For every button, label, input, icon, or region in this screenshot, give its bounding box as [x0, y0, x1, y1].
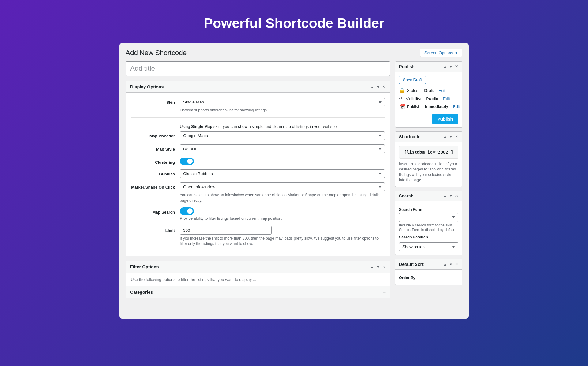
visibility-value: Public	[426, 96, 438, 101]
search-panel: Search ▲ ▼ ✕ Search Form ----- Include a…	[395, 191, 462, 255]
hero-title: Powerful Shortcode Builder	[204, 0, 384, 43]
display-options-up[interactable]: ▲	[370, 84, 375, 89]
search-panel-body: Search Form ----- Include a search form …	[395, 201, 462, 255]
categories-header: Categories −	[126, 286, 390, 298]
display-options-controls: ▲ ▼ ✕	[370, 84, 386, 89]
limit-hint: If you increase the limit to more than 3…	[180, 236, 385, 247]
map-provider-label: Map Provider	[131, 131, 180, 138]
map-provider-row: Map Provider Google Maps	[131, 131, 385, 140]
map-style-select[interactable]: Default	[180, 144, 385, 153]
page-title: Add New Shortcode	[126, 49, 187, 57]
filter-options-close[interactable]: ✕	[382, 264, 386, 270]
search-down[interactable]: ▼	[449, 193, 453, 199]
bubbles-control: Classic Bubbles	[180, 169, 385, 178]
marker-label: Marker/Shape On Click	[131, 182, 180, 189]
visibility-edit-link[interactable]: Edit	[443, 96, 450, 101]
search-up[interactable]: ▲	[443, 193, 447, 199]
default-sort-header: Default Sort ▲ ▼ ✕	[395, 259, 462, 270]
search-form-select[interactable]: -----	[399, 213, 458, 222]
publish-close[interactable]: ✕	[454, 64, 458, 69]
filter-options-down[interactable]: ▼	[376, 264, 380, 270]
visibility-label: Visibility:	[406, 96, 421, 101]
status-value: Draft	[424, 88, 434, 93]
display-options-close[interactable]: ✕	[382, 84, 386, 89]
marker-control: Open Infowindow You can select to show a…	[180, 182, 385, 203]
order-by-label: Order By	[399, 276, 458, 280]
shortcode-up[interactable]: ▲	[443, 134, 447, 139]
map-search-slider	[180, 207, 194, 215]
search-controls: ▲ ▼ ✕	[443, 193, 458, 199]
clustering-row: Clustering	[131, 158, 385, 165]
clustering-label: Clustering	[131, 158, 180, 165]
skin-row: Skin Single Map Listdom supports differe…	[131, 98, 385, 113]
map-provider-select[interactable]: Google Maps	[180, 131, 385, 140]
visibility-icon: 👁	[399, 96, 404, 101]
limit-control: If you increase the limit to more than 3…	[180, 226, 385, 247]
shortcode-down[interactable]: ▼	[449, 134, 453, 139]
publish-controls: ▲ ▼ ✕	[443, 64, 458, 69]
categories-collapse-btn[interactable]: −	[383, 289, 386, 295]
title-input[interactable]	[126, 61, 390, 76]
page-header: Add New Shortcode Screen Options	[119, 43, 469, 61]
content-area: Display Options ▲ ▼ ✕ Skin Single Map	[119, 61, 469, 303]
map-search-toggle[interactable]	[180, 207, 194, 215]
marker-select[interactable]: Open Infowindow	[180, 182, 385, 191]
map-style-row: Map Style Default	[131, 144, 385, 153]
skin-hint: Listdom supports different skins for sho…	[180, 108, 385, 113]
default-sort-panel: Default Sort ▲ ▼ ✕ Order By	[395, 259, 462, 285]
default-sort-body: Order By	[395, 270, 462, 285]
limit-label: Limit	[131, 226, 180, 233]
shortcode-description: Insert this shortcode inside of your des…	[399, 162, 458, 183]
publish-button[interactable]: Publish	[432, 114, 458, 124]
clustering-toggle[interactable]	[180, 158, 194, 165]
default-sort-up[interactable]: ▲	[443, 262, 447, 267]
publish-time-edit-link[interactable]: Edit	[453, 104, 460, 109]
save-draft-button[interactable]: Save Draft	[399, 76, 426, 84]
screen-options-button[interactable]: Screen Options	[420, 49, 462, 57]
filter-options-section: Filter Options ▲ ▼ ✕ Use the following o…	[126, 261, 390, 298]
clustering-slider	[180, 158, 194, 165]
skin-control: Single Map Listdom supports different sk…	[180, 98, 385, 113]
display-options-down[interactable]: ▼	[376, 84, 380, 89]
search-form-hint: Include a search form to the skin. Searc…	[399, 223, 458, 233]
shortcode-panel-body: [listdom id="2902"] Insert this shortcod…	[395, 142, 462, 187]
limit-input[interactable]	[180, 226, 272, 235]
search-panel-header: Search ▲ ▼ ✕	[395, 191, 462, 201]
map-search-label: Map Search	[131, 207, 180, 215]
publish-up[interactable]: ▲	[443, 64, 447, 69]
marker-hint: You can select to show an infowindow whe…	[180, 192, 385, 203]
main-column: Display Options ▲ ▼ ✕ Skin Single Map	[126, 61, 390, 303]
map-provider-control: Google Maps	[180, 131, 385, 140]
shortcode-close[interactable]: ✕	[454, 134, 458, 139]
publish-time-label: Publish	[407, 104, 420, 109]
search-close[interactable]: ✕	[454, 193, 458, 199]
main-container: Add New Shortcode Screen Options Display…	[119, 43, 469, 319]
map-style-label: Map Style	[131, 144, 180, 151]
display-options-section: Display Options ▲ ▼ ✕ Skin Single Map	[126, 81, 390, 256]
publish-time-row: 📅 Publish immediately Edit	[399, 104, 458, 110]
publish-panel-body: Save Draft 🔒 Status: Draft Edit 👁 Visibi…	[395, 72, 462, 127]
map-search-hint: Provide ability to filter listings based…	[180, 216, 385, 221]
status-edit-link[interactable]: Edit	[439, 88, 446, 93]
default-sort-down[interactable]: ▼	[449, 262, 453, 267]
skin-label: Skin	[131, 98, 180, 105]
shortcode-value: [listdom id="2902"]	[399, 146, 458, 159]
bubbles-label: Bubbles	[131, 169, 180, 176]
filter-options-body: Use the following options to filter the …	[126, 273, 390, 286]
filter-options-up[interactable]: ▲	[370, 264, 375, 270]
search-position-select[interactable]: Show on top	[399, 242, 458, 251]
publish-time-icon: 📅	[399, 104, 405, 110]
display-options-header: Display Options ▲ ▼ ✕	[126, 81, 390, 93]
status-label: Status:	[407, 88, 420, 93]
skin-select[interactable]: Single Map	[180, 98, 385, 106]
marker-row: Marker/Shape On Click Open Infowindow Yo…	[131, 182, 385, 203]
search-position-label: Search Position	[399, 235, 458, 239]
filter-options-title: Filter Options	[130, 264, 159, 269]
default-sort-close[interactable]: ✕	[454, 262, 458, 267]
bubbles-row: Bubbles Classic Bubbles	[131, 169, 385, 178]
search-form-label: Search Form	[399, 207, 458, 212]
map-search-row: Map Search Provide ability to filter lis…	[131, 207, 385, 221]
shortcode-panel-title: Shortcode	[399, 134, 420, 139]
bubbles-select[interactable]: Classic Bubbles	[180, 169, 385, 178]
publish-down[interactable]: ▼	[449, 64, 453, 69]
